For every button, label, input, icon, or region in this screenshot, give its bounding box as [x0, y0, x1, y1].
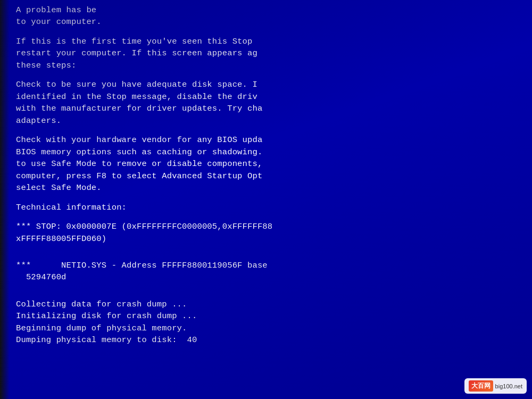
bsod-line-1: to your computer. — [16, 16, 526, 28]
bsod-initializing: Initializing disk for crash dump ... — [16, 310, 526, 322]
bsod-line-6: identified in the Stop message, disable … — [16, 91, 526, 103]
bsod-spacer-8 — [16, 284, 526, 291]
bsod-stop-code-cont: xFFFFF88005FFD060) — [16, 233, 526, 245]
bsod-line-12: computer, press F8 to select Advanced St… — [16, 170, 526, 182]
watermark-domain: big100.net — [495, 383, 522, 389]
bsod-driver-cont: 5294760d — [16, 271, 526, 283]
bsod-spacer-7 — [16, 252, 526, 260]
bsod-content: A problem has be to your computer. If th… — [10, 0, 532, 399]
bsod-line-7: with the manufacturer for driver updates… — [16, 103, 526, 114]
bsod-spacer-2 — [16, 71, 526, 79]
bsod-spacer-6 — [16, 245, 526, 252]
bsod-screen: A problem has be to your computer. If th… — [0, 0, 532, 399]
bsod-line-0: A problem has be — [16, 4, 526, 16]
bsod-line-2: If this is the first time you've seen th… — [16, 36, 526, 47]
bsod-line-3: restart your computer. If this screen ap… — [16, 47, 526, 59]
bsod-line-10: BIOS memory options such as caching or s… — [16, 146, 526, 158]
bsod-line-4: these steps: — [16, 60, 526, 71]
bsod-line-9: Check with your hardware vendor for any … — [16, 134, 526, 146]
bsod-dumping: Dumping physical memory to disk: 40 — [16, 334, 526, 346]
bsod-line-13: select Safe Mode. — [16, 182, 526, 194]
bsod-beginning-dump: Beginning dump of physical memory. — [16, 322, 526, 334]
bsod-collecting: Collecting data for crash dump ... — [16, 298, 526, 310]
bsod-spacer-9 — [16, 291, 526, 298]
bsod-line-11: to use Safe Mode to remove or disable co… — [16, 158, 526, 170]
bsod-stop-code: *** STOP: 0x0000007E (0xFFFFFFFFC0000005… — [16, 221, 526, 232]
watermark-logo: 大百网 — [469, 380, 493, 392]
bsod-line-8: adapters. — [16, 115, 526, 127]
bsod-driver-line: *** NETIO.SYS - Address FFFFF8800119056F… — [16, 260, 526, 271]
bsod-line-5: Check to be sure you have adequate disk … — [16, 79, 526, 90]
left-bezel-shadow — [0, 0, 10, 399]
bsod-spacer-5 — [16, 213, 526, 221]
bsod-spacer-3 — [16, 127, 526, 134]
watermark: 大百网 big100.net — [464, 378, 527, 394]
bsod-spacer-1 — [16, 28, 526, 36]
bsod-line-14: Technical information: — [16, 202, 526, 213]
bsod-spacer-4 — [16, 194, 526, 202]
